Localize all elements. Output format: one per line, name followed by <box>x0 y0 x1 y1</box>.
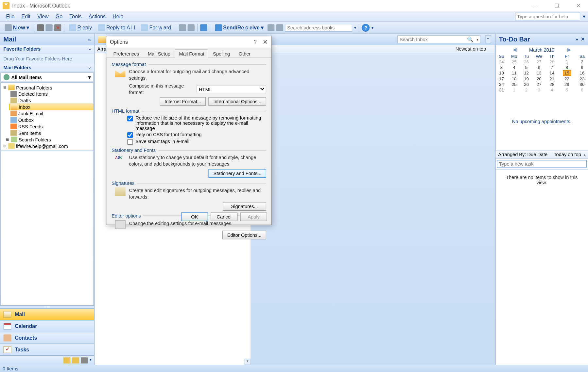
close-button[interactable]: ✕ <box>572 2 585 8</box>
compose-format-select[interactable]: HTML <box>197 85 266 93</box>
dialog-close-button[interactable]: ✕ <box>263 39 268 45</box>
menu-file[interactable]: File <box>3 12 18 20</box>
nav-shortcut-3[interactable] <box>81 357 88 364</box>
tab-other[interactable]: Other <box>234 49 255 57</box>
nav-tasks-button[interactable]: Tasks <box>0 344 94 355</box>
stationery-fonts-button[interactable]: Stationery and Fonts... <box>209 169 266 178</box>
search-icon[interactable]: 🔍 <box>465 36 475 42</box>
tree-sent[interactable]: Sent Items <box>1 130 94 136</box>
cal-day[interactable]: 21 <box>546 76 558 81</box>
followup-button[interactable] <box>187 24 194 31</box>
minimize-button[interactable]: — <box>528 2 542 8</box>
cal-day[interactable]: 27 <box>532 82 546 87</box>
tab-mail-format[interactable]: Mail Format <box>175 49 209 58</box>
cal-day[interactable]: 30 <box>576 82 588 87</box>
cal-next-month[interactable]: ▶ <box>567 47 571 52</box>
cal-day[interactable]: 2 <box>576 59 588 65</box>
cal-day[interactable]: 16 <box>576 70 588 76</box>
cal-day[interactable]: 10 <box>495 70 507 76</box>
tree-junk[interactable]: Junk E-mail <box>1 110 94 117</box>
tab-mail-setup[interactable]: Mail Setup <box>144 49 175 57</box>
cal-day[interactable]: 2 <box>521 87 532 93</box>
cal-day[interactable]: 1 <box>558 59 576 65</box>
new-button[interactable]: New ▾ <box>3 23 31 32</box>
cal-day[interactable]: 26 <box>521 59 532 65</box>
editor-options-button[interactable]: Editor Options... <box>222 231 266 239</box>
cal-day[interactable]: 7 <box>546 65 558 70</box>
toolbar-dropdown[interactable]: ▾ <box>372 25 374 30</box>
tree-personal-folders[interactable]: ⊟Personal Folders <box>1 84 94 91</box>
chk-smart-tags[interactable] <box>127 139 133 145</box>
nav-calendar-button[interactable]: Calendar <box>0 320 94 332</box>
dialog-help-button[interactable]: ? <box>254 39 257 45</box>
cal-day[interactable]: 25 <box>508 82 521 87</box>
tree-drafts[interactable]: Drafts <box>1 97 94 104</box>
cal-day[interactable]: 18 <box>508 76 521 81</box>
tree-deleted[interactable]: Deleted Items <box>1 91 94 97</box>
cal-day[interactable]: 15 <box>558 70 576 76</box>
cal-day[interactable]: 6 <box>532 65 546 70</box>
tree-outbox[interactable]: Outbox <box>1 117 94 123</box>
cancel-button[interactable]: Cancel <box>211 212 237 221</box>
cal-day[interactable]: 11 <box>508 70 521 76</box>
cal-day[interactable]: 25 <box>508 59 521 65</box>
cal-day[interactable]: 28 <box>546 82 558 87</box>
print-button[interactable] <box>37 24 44 31</box>
tree-rss[interactable]: RSS Feeds <box>1 123 94 130</box>
ok-button[interactable]: OK <box>181 212 208 221</box>
categorize-button[interactable] <box>179 24 186 31</box>
cal-day[interactable]: 31 <box>495 87 507 93</box>
task-sort-button[interactable]: ▴ <box>584 153 585 156</box>
task-arrange-bar[interactable]: Arranged By: Due Date Today on top ▴ <box>495 151 588 159</box>
nav-mail-button[interactable]: Mail <box>0 308 94 320</box>
cal-day[interactable]: 3 <box>495 65 507 70</box>
tab-preferences[interactable]: Preferences <box>109 49 143 57</box>
favorite-folders-header[interactable]: Favorite Folders⌵ <box>0 45 94 53</box>
tree-account[interactable]: ⊞lifewire.help@gmail.com <box>1 143 94 149</box>
cal-day[interactable]: 5 <box>558 87 576 93</box>
international-options-button[interactable]: International Options... <box>209 97 266 106</box>
chk-rely-css[interactable] <box>127 132 133 138</box>
nav-config-button[interactable]: ▾ <box>90 357 92 364</box>
chk-reduce-filesize[interactable] <box>127 116 133 121</box>
cal-day[interactable]: 29 <box>558 82 576 87</box>
search-options-button[interactable]: ⌄ <box>485 35 491 43</box>
tree-inbox[interactable]: Inbox <box>9 104 94 110</box>
cal-day[interactable]: 3 <box>532 87 546 93</box>
todo-collapse[interactable]: » <box>575 37 578 42</box>
nav-shortcut-1[interactable] <box>63 357 70 364</box>
cal-day[interactable]: 13 <box>532 70 546 76</box>
cal-day[interactable]: 1 <box>508 87 521 93</box>
cal-day[interactable]: 14 <box>546 70 558 76</box>
cal-day[interactable]: 8 <box>558 65 576 70</box>
cal-day[interactable]: 28 <box>546 59 558 65</box>
nav-collapse-button[interactable]: « <box>88 37 91 42</box>
help-search-input[interactable] <box>515 12 580 20</box>
reply-all-button[interactable]: Reply to All <box>96 23 137 32</box>
all-mail-items[interactable]: All Mail Items▾ <box>0 73 94 82</box>
cal-day[interactable]: 23 <box>576 76 588 81</box>
todo-close[interactable]: ✕ <box>581 37 585 42</box>
maximize-button[interactable]: ☐ <box>550 2 563 8</box>
cal-day[interactable]: 6 <box>576 87 588 93</box>
cal-day[interactable]: 19 <box>521 76 532 81</box>
help-search-dropdown[interactable]: ▾ <box>583 13 585 20</box>
internet-format-button[interactable]: Internet Format... <box>160 97 206 106</box>
cal-day[interactable]: 17 <box>495 76 507 81</box>
menu-actions[interactable]: Actions <box>85 12 109 20</box>
menu-help[interactable]: Help <box>109 12 127 20</box>
cal-day[interactable]: 20 <box>532 76 546 81</box>
cal-day[interactable]: 24 <box>495 59 507 65</box>
nav-contacts-button[interactable]: Contacts <box>0 332 94 344</box>
search-address-books-dropdown[interactable]: ▾ <box>354 25 356 30</box>
cal-day[interactable]: 24 <box>495 82 507 87</box>
cal-day[interactable]: 22 <box>558 76 576 81</box>
sync-icon[interactable] <box>200 24 207 31</box>
tab-spelling[interactable]: Spelling <box>209 49 234 57</box>
search-dropdown[interactable]: ▾ <box>475 37 480 41</box>
menu-tools[interactable]: Tools <box>66 12 85 20</box>
address-book-button[interactable] <box>276 24 283 31</box>
forward-button[interactable]: Forward <box>139 23 173 32</box>
help-button[interactable]: ? <box>362 24 370 31</box>
cal-day[interactable]: 4 <box>546 87 558 93</box>
